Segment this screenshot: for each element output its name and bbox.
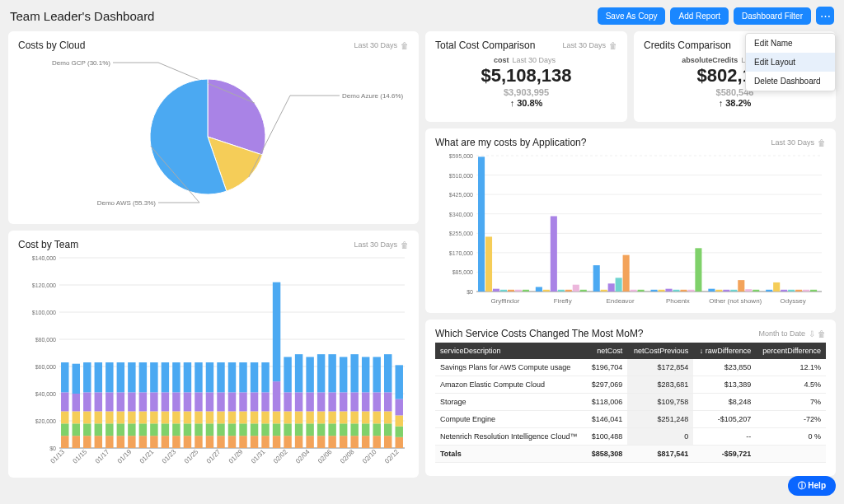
svg-rect-165 — [350, 392, 358, 411]
svg-text:$170,000: $170,000 — [449, 250, 473, 256]
svg-rect-148 — [317, 411, 325, 423]
svg-rect-241 — [730, 290, 737, 292]
svg-rect-82 — [184, 411, 191, 423]
svg-rect-177 — [373, 357, 380, 392]
svg-rect-176 — [373, 392, 380, 411]
svg-rect-224 — [608, 283, 615, 292]
svg-rect-240 — [723, 290, 729, 292]
svg-rect-250 — [795, 290, 802, 292]
svg-rect-121 — [261, 392, 269, 411]
download-icon[interactable]: ⇩ — [809, 329, 815, 338]
svg-rect-152 — [328, 423, 335, 436]
svg-rect-214 — [536, 287, 542, 292]
table-header[interactable]: percentDifference — [756, 343, 826, 359]
svg-rect-73 — [162, 362, 169, 392]
svg-text:Demo GCP (30.1%): Demo GCP (30.1%) — [52, 59, 110, 67]
menu-edit-layout[interactable]: Edit Layout — [746, 53, 835, 72]
card-title: Costs by Cloud — [18, 40, 354, 51]
svg-rect-172 — [362, 357, 369, 392]
delete-icon[interactable]: 🗑 — [818, 138, 826, 147]
svg-rect-129 — [284, 436, 291, 448]
svg-rect-139 — [295, 354, 302, 392]
save-as-copy-button[interactable]: Save As Copy — [598, 7, 666, 25]
app-bar-chart: $0$85,000$170,000$255,000$340,000$425,00… — [435, 152, 826, 308]
svg-rect-183 — [384, 354, 392, 392]
kpi-value: $5,108,138 — [435, 65, 617, 86]
svg-text:$80,000: $80,000 — [35, 337, 56, 343]
svg-rect-184 — [396, 437, 403, 448]
more-menu-button[interactable]: ⋯ — [816, 7, 834, 25]
svg-rect-50 — [117, 392, 124, 411]
add-report-button[interactable]: Add Report — [670, 7, 729, 25]
svg-rect-244 — [753, 290, 759, 292]
table-header[interactable]: serviceDescription — [435, 343, 586, 359]
svg-text:$595,000: $595,000 — [449, 153, 473, 159]
svg-rect-130 — [284, 423, 291, 436]
svg-rect-117 — [251, 362, 258, 392]
svg-rect-86 — [195, 423, 202, 436]
page-title: Team Leader's Dashboard — [10, 9, 593, 23]
svg-text:$140,000: $140,000 — [32, 255, 56, 261]
svg-rect-180 — [384, 423, 392, 436]
svg-rect-38 — [95, 411, 102, 423]
svg-text:$100,000: $100,000 — [32, 310, 56, 315]
delete-icon[interactable]: 🗑 — [401, 41, 409, 50]
svg-rect-216 — [551, 216, 557, 292]
card-title: What are my costs by Application? — [435, 137, 771, 148]
delete-icon[interactable]: 🗑 — [401, 240, 409, 250]
svg-rect-160 — [340, 392, 347, 411]
svg-rect-65 — [150, 411, 157, 423]
table-row: Compute Engine$146,041$251,248-$105,207-… — [435, 411, 826, 428]
menu-edit-name[interactable]: Edit Name — [746, 34, 835, 53]
svg-rect-128 — [273, 282, 280, 381]
svg-rect-185 — [396, 427, 403, 437]
help-button[interactable]: ⓘ Help — [788, 476, 836, 496]
svg-rect-36 — [95, 436, 102, 448]
card-costs-by-cloud: Costs by Cloud Last 30 Days 🗑 Demo GCP (… — [8, 31, 419, 224]
svg-rect-124 — [273, 436, 280, 448]
svg-rect-138 — [295, 392, 302, 411]
svg-rect-91 — [206, 436, 213, 448]
svg-rect-56 — [128, 362, 135, 392]
range-label: Last 30 Days — [562, 41, 606, 49]
svg-rect-105 — [228, 392, 236, 411]
svg-rect-109 — [239, 411, 246, 423]
svg-rect-173 — [373, 436, 380, 448]
svg-rect-232 — [665, 289, 672, 292]
range-label: Last 30 Days — [771, 138, 814, 147]
svg-rect-94 — [206, 392, 213, 411]
svg-rect-209 — [500, 290, 507, 292]
svg-rect-147 — [317, 423, 325, 436]
svg-rect-168 — [362, 436, 369, 448]
svg-rect-42 — [106, 423, 113, 436]
table-header[interactable]: netCost — [586, 343, 628, 359]
delete-icon[interactable]: 🗑 — [609, 41, 617, 50]
table-header[interactable]: ↓ rawDifference — [693, 343, 756, 359]
svg-rect-103 — [228, 423, 236, 436]
svg-rect-59 — [139, 423, 147, 436]
svg-text:Demo AWS (55.3%): Demo AWS (55.3%) — [97, 199, 157, 207]
delete-icon[interactable]: 🗑 — [818, 329, 826, 338]
svg-rect-120 — [261, 411, 269, 423]
svg-rect-127 — [273, 381, 280, 411]
svg-text:Other (not shown): Other (not shown) — [709, 297, 762, 305]
svg-rect-235 — [687, 290, 694, 292]
svg-rect-70 — [162, 423, 169, 436]
svg-rect-52 — [128, 436, 135, 448]
svg-rect-154 — [328, 392, 335, 411]
svg-rect-67 — [150, 362, 157, 392]
svg-rect-135 — [295, 436, 302, 448]
svg-rect-98 — [217, 411, 224, 423]
svg-text:01/29: 01/29 — [227, 448, 245, 465]
table-header[interactable]: netCostPrevious — [627, 343, 693, 359]
card-mom-table: Which Service Costs Changed The Most MoM… — [425, 320, 836, 476]
svg-rect-219 — [573, 285, 579, 292]
svg-rect-93 — [206, 411, 213, 423]
svg-rect-96 — [217, 436, 224, 448]
svg-rect-111 — [239, 362, 246, 392]
dashboard-filter-button[interactable]: Dashboard Filter — [734, 7, 811, 25]
menu-delete-dashboard[interactable]: Delete Dashboard — [746, 72, 835, 91]
svg-rect-25 — [73, 436, 80, 448]
svg-text:$0: $0 — [49, 446, 56, 451]
svg-rect-115 — [251, 411, 258, 423]
